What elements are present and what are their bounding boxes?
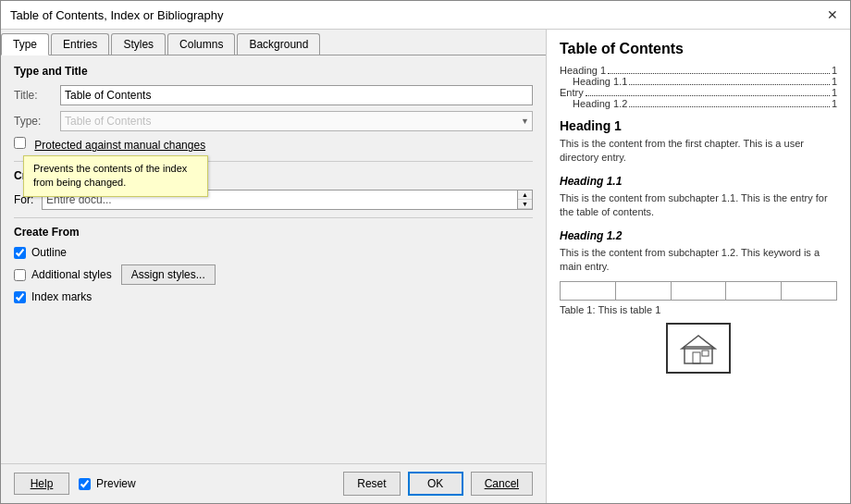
preview-heading1: Heading 1 (560, 118, 837, 133)
toc-entry-2: Heading 1.1 1 (560, 76, 837, 87)
spinner-up[interactable]: ▲ (518, 191, 532, 200)
tab-styles[interactable]: Styles (111, 33, 166, 55)
toc-num-4: 1 (832, 98, 837, 109)
house-icon (680, 332, 717, 365)
table-row-1 (561, 282, 837, 301)
toc-dots-2 (629, 76, 830, 85)
svg-rect-2 (693, 352, 700, 363)
toc-num-3: 1 (832, 87, 837, 98)
preview-label[interactable]: Preview (96, 477, 136, 490)
type-label: Type: (14, 115, 60, 128)
tab-bar: Type Entries Styles Columns Background (1, 30, 546, 55)
dialog-body: Type Entries Styles Columns Background T… (1, 30, 850, 503)
spinner-buttons: ▲ ▼ (518, 190, 533, 210)
cancel-button[interactable]: Cancel (471, 472, 533, 496)
preview-toc-title: Table of Contents (560, 41, 837, 57)
table-caption: Table 1: This is table 1 (560, 304, 837, 315)
ok-button[interactable]: OK (408, 472, 463, 496)
preview-row: Preview (79, 477, 136, 490)
help-label: Help (31, 477, 54, 490)
toc-label-2: Heading 1.1 (573, 76, 627, 87)
type-and-title-label: Type and Title (14, 65, 533, 78)
index-marks-checkbox[interactable] (14, 291, 26, 303)
create-from-section: Create From Outline Additional styles As… (14, 226, 533, 303)
toc-num-2: 1 (832, 76, 837, 87)
outline-checkbox[interactable] (14, 247, 26, 259)
toc-list: Heading 1 1 Heading 1.1 1 Entry 1 Headin… (560, 65, 837, 109)
table-cell (726, 282, 782, 301)
table-cell (615, 282, 671, 301)
title-bar: Table of Contents, Index or Bibliography… (1, 1, 850, 30)
assign-styles-button[interactable]: Assign styles... (121, 264, 216, 285)
protected-label[interactable]: Protected against manual changes (34, 139, 205, 152)
additional-styles-checkbox[interactable] (14, 269, 26, 281)
bottom-bar: Help Preview Reset OK Cancel (1, 463, 546, 503)
title-label: Title: (14, 89, 60, 102)
tooltip: Prevents the contents of the index from … (23, 155, 208, 197)
divider-2 (14, 217, 533, 218)
tooltip-text: Prevents the contents of the index from … (33, 163, 187, 188)
table-cell (782, 282, 837, 301)
preview-heading12-text: This is the content from subchapter 1.2.… (560, 246, 837, 275)
dialog: Table of Contents, Index or Bibliography… (0, 0, 851, 504)
preview-heading11-text: This is the content from subchapter 1.1.… (560, 191, 837, 220)
index-marks-label[interactable]: Index marks (31, 290, 92, 303)
tab-entries[interactable]: Entries (51, 33, 109, 55)
spinner-down[interactable]: ▼ (518, 200, 532, 209)
title-input[interactable] (60, 85, 533, 105)
outline-label[interactable]: Outline (31, 246, 67, 259)
title-field-row: Title: (14, 85, 533, 105)
left-panel: Type Entries Styles Columns Background T… (1, 30, 547, 503)
toc-dots-4 (629, 98, 830, 107)
toc-dots-3 (586, 87, 830, 96)
dialog-title: Table of Contents, Index or Bibliography (10, 8, 224, 22)
toc-dots-1 (608, 65, 830, 74)
bottom-left: Help Preview (14, 473, 136, 495)
protected-row: Protected against manual changes Prevent… (14, 137, 533, 152)
preview-heading12: Heading 1.2 (560, 229, 837, 242)
create-from-label: Create From (14, 226, 533, 239)
toc-label-3: Entry (560, 87, 584, 98)
tab-columns[interactable]: Columns (167, 33, 235, 55)
additional-styles-row: Additional styles Assign styles... (14, 264, 533, 285)
preview-checkbox[interactable] (79, 478, 91, 490)
type-select[interactable]: Table of Contents (60, 111, 533, 131)
preview-table (560, 281, 837, 301)
help-button[interactable]: Help (14, 473, 69, 495)
svg-rect-3 (702, 350, 709, 356)
left-content: Type and Title Title: Type: Table of Con… (1, 55, 546, 463)
right-panel: Table of Contents Heading 1 1 Heading 1.… (547, 30, 850, 503)
tab-type[interactable]: Type (1, 33, 49, 55)
protected-tooltip-container: Protected against manual changes Prevent… (14, 137, 205, 152)
additional-styles-label[interactable]: Additional styles (31, 268, 112, 281)
table-cell (561, 282, 616, 301)
protected-checkbox[interactable] (14, 137, 26, 149)
preview-heading1-text: This is the content from the first chapt… (560, 137, 837, 166)
preview-heading11: Heading 1.1 (560, 175, 837, 188)
table-cell (671, 282, 726, 301)
outline-row: Outline (14, 246, 533, 259)
type-field-row: Type: Table of Contents (14, 111, 533, 131)
toc-entry-1: Heading 1 1 (560, 65, 837, 76)
toc-entry-4: Heading 1.2 1 (560, 98, 837, 109)
bottom-right: Reset OK Cancel (343, 472, 533, 496)
type-select-wrapper: Table of Contents (60, 111, 533, 131)
toc-num-1: 1 (832, 65, 837, 76)
reset-button[interactable]: Reset (343, 472, 400, 496)
close-button[interactable]: ✕ (824, 6, 841, 23)
cancel-label: Cancel (485, 477, 519, 490)
toc-label-1: Heading 1 (560, 65, 606, 76)
index-marks-row: Index marks (14, 290, 533, 303)
toc-entry-3: Entry 1 (560, 87, 837, 98)
toc-label-4: Heading 1.2 (573, 98, 627, 109)
image-placeholder (666, 323, 731, 374)
tab-background[interactable]: Background (237, 33, 320, 55)
